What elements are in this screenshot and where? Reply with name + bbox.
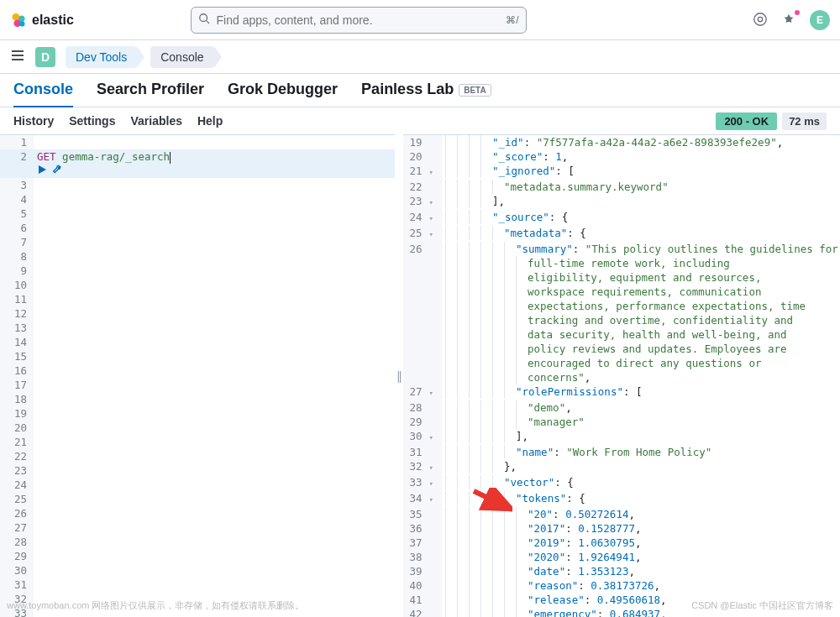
editor-line[interactable]: 15 xyxy=(0,349,395,363)
line-content[interactable] xyxy=(34,563,395,578)
breadcrumb-console[interactable]: Console xyxy=(150,46,213,68)
response-line[interactable]: 19 "_id": "7f577afa-a42a-44a2-a6e2-89839… xyxy=(403,135,840,149)
editor-line[interactable]: 18 xyxy=(0,392,395,406)
line-content[interactable] xyxy=(34,520,395,535)
editor-line[interactable]: 19 xyxy=(0,406,395,421)
response-line[interactable]: 24 ▾"_source": { xyxy=(403,210,840,226)
line-content[interactable] xyxy=(34,392,395,406)
line-content[interactable] xyxy=(34,278,395,292)
response-line[interactable]: 38 "2020": 1.9264941, xyxy=(403,550,840,564)
response-line[interactable]: 22 "metadata.summary.keyword" xyxy=(403,180,840,194)
pane-splitter[interactable]: ‖ xyxy=(395,134,403,617)
response-line[interactable]: 35 "20": 0.50272614, xyxy=(403,507,840,521)
editor-line[interactable]: 26 xyxy=(0,506,395,520)
editor-line[interactable]: 16 xyxy=(0,363,395,378)
response-line[interactable]: 28 "demo", xyxy=(403,400,840,415)
line-content[interactable] xyxy=(34,492,395,506)
line-content[interactable] xyxy=(34,535,395,549)
response-line[interactable]: 36 "2017": 0.1528777, xyxy=(403,521,840,536)
line-content[interactable] xyxy=(34,363,395,378)
response-line[interactable]: 23 ▾], xyxy=(403,194,840,210)
line-content[interactable] xyxy=(34,463,395,478)
line-content[interactable] xyxy=(34,478,395,492)
tab-search-profiler[interactable]: Search Profiler xyxy=(97,81,204,107)
history-button[interactable]: History xyxy=(13,114,54,128)
line-content[interactable] xyxy=(34,435,395,449)
response-line[interactable]: 26 "summary": "This policy outlines the … xyxy=(403,242,840,256)
response-line[interactable]: expectations, performance expectations, … xyxy=(403,299,840,313)
line-content[interactable] xyxy=(34,221,395,235)
editor-line[interactable]: 23 xyxy=(0,463,395,478)
tab-grok-debugger[interactable]: Grok Debugger xyxy=(228,81,338,107)
response-line[interactable]: encouraged to direct any questions or xyxy=(403,356,840,370)
response-line[interactable]: workspace requirements, communication xyxy=(403,285,840,299)
line-content[interactable] xyxy=(34,192,395,207)
response-line[interactable]: 31 "name": "Work From Home Policy" xyxy=(403,445,840,459)
logo[interactable]: elastic xyxy=(10,12,74,29)
editor-line[interactable]: 14 xyxy=(0,335,395,349)
editor-line[interactable]: 3 xyxy=(0,178,395,192)
global-search[interactable]: ⌘/ xyxy=(191,7,527,34)
editor-line[interactable]: 4 xyxy=(0,192,395,207)
line-content[interactable] xyxy=(34,406,395,421)
line-content[interactable] xyxy=(34,292,395,306)
response-line[interactable]: 33 ▾"vector": { xyxy=(403,475,840,491)
editor-line[interactable]: 6 xyxy=(0,221,395,235)
editor-line[interactable]: 20 xyxy=(0,421,395,435)
editor-line[interactable]: 24 xyxy=(0,478,395,492)
help-button[interactable]: Help xyxy=(197,114,223,128)
response-pane[interactable]: 19 "_id": "7f577afa-a42a-44a2-a6e2-89839… xyxy=(403,134,840,617)
response-line[interactable]: 40 "reason": 0.38173726, xyxy=(403,578,840,593)
search-input[interactable] xyxy=(217,13,500,27)
breadcrumb-devtools[interactable]: Dev Tools xyxy=(66,46,137,68)
line-content[interactable] xyxy=(34,421,395,435)
response-line[interactable]: eligibility, equipment and resources, xyxy=(403,270,840,285)
line-content[interactable] xyxy=(34,178,395,192)
response-line[interactable]: policy reviews and updates. Employees ar… xyxy=(403,342,840,356)
alerts-icon[interactable] xyxy=(781,12,798,29)
line-content[interactable] xyxy=(34,264,395,278)
line-content[interactable] xyxy=(34,349,395,363)
response-line[interactable]: full-time remote work, including xyxy=(403,256,840,270)
response-line[interactable]: 20 "_score": 1, xyxy=(403,149,840,164)
response-line[interactable]: tracking and overtime, confidentiality a… xyxy=(403,313,840,327)
help-icon[interactable] xyxy=(753,12,769,29)
editor-line[interactable]: 9 xyxy=(0,264,395,278)
response-line[interactable]: 30 ▾], xyxy=(403,429,840,445)
line-content[interactable] xyxy=(34,549,395,563)
line-content[interactable] xyxy=(34,249,395,264)
response-line[interactable]: 27 ▾"rolePermissions": [ xyxy=(403,384,840,400)
editor-line[interactable]: 5 xyxy=(0,207,395,221)
response-line[interactable]: 21 ▾"_ignored": [ xyxy=(403,164,840,180)
line-content[interactable] xyxy=(34,335,395,349)
line-content[interactable] xyxy=(34,207,395,221)
menu-icon[interactable] xyxy=(10,48,25,65)
line-content[interactable] xyxy=(34,506,395,520)
editor-line[interactable]: 11 xyxy=(0,292,395,306)
line-content[interactable] xyxy=(34,378,395,392)
app-badge[interactable]: D xyxy=(35,47,55,67)
editor-line[interactable]: 7 xyxy=(0,235,395,249)
editor-line[interactable]: 12 xyxy=(0,306,395,321)
editor-line[interactable]: 31 xyxy=(0,578,395,592)
editor-line[interactable]: 22 xyxy=(0,449,395,463)
response-line[interactable]: 25 ▾"metadata": { xyxy=(403,226,840,242)
editor-line[interactable]: 21 xyxy=(0,435,395,449)
settings-button[interactable]: Settings xyxy=(69,114,115,128)
run-icon[interactable] xyxy=(37,164,47,178)
line-content[interactable] xyxy=(34,578,395,592)
editor-line[interactable]: 1 xyxy=(0,135,395,149)
response-line[interactable]: data security, health and well-being, an… xyxy=(403,327,840,342)
editor-line[interactable]: 17 xyxy=(0,378,395,392)
variables-button[interactable]: Variables xyxy=(130,114,182,128)
line-content[interactable] xyxy=(34,449,395,463)
response-line[interactable]: 34 ▾"tokens": { xyxy=(403,491,840,507)
user-avatar[interactable]: E xyxy=(810,10,830,30)
editor-line[interactable]: 29 xyxy=(0,549,395,563)
response-line[interactable]: 39 "date": 1.353123, xyxy=(403,564,840,578)
editor-line[interactable]: 25 xyxy=(0,492,395,506)
editor-line[interactable]: 2GET gemma-rag/_search xyxy=(0,149,395,178)
editor-line[interactable]: 30 xyxy=(0,563,395,578)
editor-line[interactable]: 8 xyxy=(0,249,395,264)
editor-line[interactable]: 28 xyxy=(0,535,395,549)
